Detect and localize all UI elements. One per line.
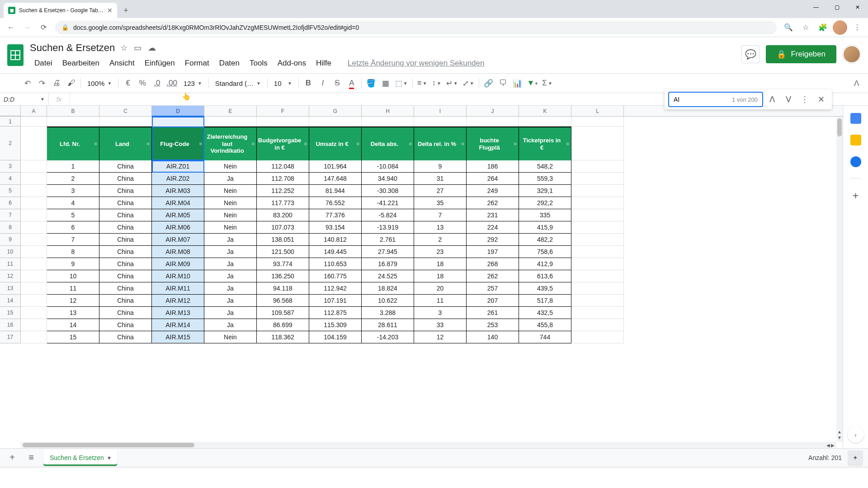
- back-button[interactable]: ←: [4, 20, 18, 35]
- data-cell[interactable]: China: [99, 331, 152, 343]
- data-cell[interactable]: 115.309: [309, 319, 362, 331]
- data-cell[interactable]: [204, 117, 257, 127]
- data-cell[interactable]: [21, 209, 47, 221]
- number-format-select[interactable]: 123▼: [180, 76, 206, 90]
- data-cell[interactable]: Ja: [204, 282, 257, 295]
- row-header[interactable]: 13: [0, 282, 21, 295]
- data-cell[interactable]: China: [99, 258, 152, 270]
- find-options-button[interactable]: ⋮: [797, 92, 812, 107]
- data-cell[interactable]: 147.648: [309, 173, 362, 185]
- cloud-status-icon[interactable]: ☁: [148, 43, 156, 53]
- data-cell[interactable]: [257, 117, 309, 127]
- data-cell[interactable]: 140: [467, 331, 519, 343]
- data-cell[interactable]: 744: [519, 331, 571, 343]
- data-cell[interactable]: 86.699: [257, 319, 309, 331]
- data-cell[interactable]: [571, 173, 624, 185]
- data-cell[interactable]: China: [99, 234, 152, 246]
- data-cell[interactable]: Ja: [204, 234, 257, 246]
- filter-icon[interactable]: ≡: [199, 141, 202, 147]
- data-cell[interactable]: 12: [47, 295, 99, 307]
- print-button[interactable]: 🖨: [50, 76, 63, 90]
- data-cell[interactable]: 35: [414, 197, 467, 209]
- filter-icon[interactable]: ≡: [357, 141, 359, 147]
- data-cell[interactable]: 112.048: [257, 160, 309, 173]
- zoom-icon[interactable]: 🔍: [781, 20, 796, 35]
- data-cell[interactable]: 3: [414, 307, 467, 319]
- data-cell[interactable]: AIR.M04: [152, 197, 204, 209]
- reload-button[interactable]: ⟳: [36, 20, 51, 35]
- data-cell[interactable]: 160.775: [309, 270, 362, 282]
- menu-ansicht[interactable]: Ansicht: [105, 57, 139, 70]
- data-cell[interactable]: Ja: [204, 319, 257, 331]
- header-cell[interactable]: Ticketpreis in €≡: [519, 127, 571, 160]
- data-cell[interactable]: 186: [467, 160, 519, 173]
- data-cell[interactable]: [21, 197, 47, 209]
- data-cell[interactable]: 77.376: [309, 209, 362, 221]
- data-cell[interactable]: [21, 160, 47, 173]
- header-cell[interactable]: [21, 127, 47, 160]
- data-cell[interactable]: 197: [467, 246, 519, 258]
- data-cell[interactable]: 329,1: [519, 185, 571, 197]
- data-cell[interactable]: China: [99, 173, 152, 185]
- header-cell[interactable]: Delta abs.≡: [362, 127, 414, 160]
- data-cell[interactable]: -41.221: [362, 197, 414, 209]
- data-cell[interactable]: China: [99, 209, 152, 221]
- data-cell[interactable]: 335: [519, 209, 571, 221]
- menu-einfuegen[interactable]: Einfügen: [140, 57, 179, 70]
- data-cell[interactable]: 10: [47, 270, 99, 282]
- data-cell[interactable]: 16.879: [362, 258, 414, 270]
- data-cell[interactable]: 14: [47, 319, 99, 331]
- col-header-D[interactable]: D: [152, 106, 204, 116]
- header-cell[interactable]: Delta rel. in %≡: [414, 127, 467, 160]
- data-cell[interactable]: [571, 258, 624, 270]
- data-cell[interactable]: China: [99, 246, 152, 258]
- data-cell[interactable]: 112.875: [309, 307, 362, 319]
- data-cell[interactable]: 2: [47, 173, 99, 185]
- browser-menu-icon[interactable]: ⋮: [850, 20, 864, 35]
- data-cell[interactable]: [571, 319, 624, 331]
- row-header[interactable]: 14: [0, 295, 21, 307]
- data-cell[interactable]: Ja: [204, 173, 257, 185]
- data-cell[interactable]: 109.587: [257, 307, 309, 319]
- menu-tools[interactable]: Tools: [245, 57, 272, 70]
- data-cell[interactable]: 10.622: [362, 295, 414, 307]
- data-cell[interactable]: 149.445: [309, 246, 362, 258]
- data-cell[interactable]: 264: [467, 173, 519, 185]
- data-cell[interactable]: 138.051: [257, 234, 309, 246]
- col-header-A[interactable]: A: [21, 106, 47, 116]
- data-cell[interactable]: [571, 234, 624, 246]
- menu-addons[interactable]: Add-ons: [273, 57, 311, 70]
- data-cell[interactable]: Nein: [204, 197, 257, 209]
- data-cell[interactable]: [21, 117, 47, 127]
- data-cell[interactable]: 439,5: [519, 282, 571, 295]
- row-header[interactable]: 15: [0, 307, 21, 319]
- share-button[interactable]: 🔒 Freigeben: [766, 45, 836, 63]
- chart-button[interactable]: 📊: [511, 76, 524, 90]
- header-cell[interactable]: Budgetvorgabe in €≡: [257, 127, 309, 160]
- vertical-scrollbar[interactable]: ▲▼: [836, 117, 843, 442]
- close-window-button[interactable]: ✕: [847, 0, 868, 14]
- data-cell[interactable]: [571, 197, 624, 209]
- header-cell[interactable]: Land≡: [99, 127, 152, 160]
- data-cell[interactable]: [519, 117, 571, 127]
- data-cell[interactable]: [467, 117, 519, 127]
- header-cell[interactable]: Lfd. Nr.≡: [47, 127, 99, 160]
- select-all-corner[interactable]: [0, 106, 21, 116]
- row-header[interactable]: 5: [0, 185, 21, 197]
- data-cell[interactable]: 112.942: [309, 282, 362, 295]
- data-cell[interactable]: 11: [47, 282, 99, 295]
- data-cell[interactable]: [571, 221, 624, 234]
- increase-decimal-button[interactable]: .00: [165, 76, 179, 90]
- col-header-K[interactable]: K: [519, 106, 571, 116]
- redo-button[interactable]: ↷: [35, 76, 49, 90]
- data-cell[interactable]: 112.708: [257, 173, 309, 185]
- italic-button[interactable]: I: [316, 76, 330, 90]
- row-header[interactable]: 8: [0, 221, 21, 234]
- menu-hilfe[interactable]: Hilfe: [311, 57, 336, 70]
- data-cell[interactable]: 13: [414, 221, 467, 234]
- data-cell[interactable]: 34.940: [362, 173, 414, 185]
- data-cell[interactable]: [21, 173, 47, 185]
- header-cell[interactable]: Flug-Code≡: [152, 127, 204, 160]
- spreadsheet-grid[interactable]: A B C D E F G H I J K L 12Lfd. Nr.≡Land≡…: [0, 106, 843, 448]
- move-doc-icon[interactable]: ▭: [134, 43, 142, 53]
